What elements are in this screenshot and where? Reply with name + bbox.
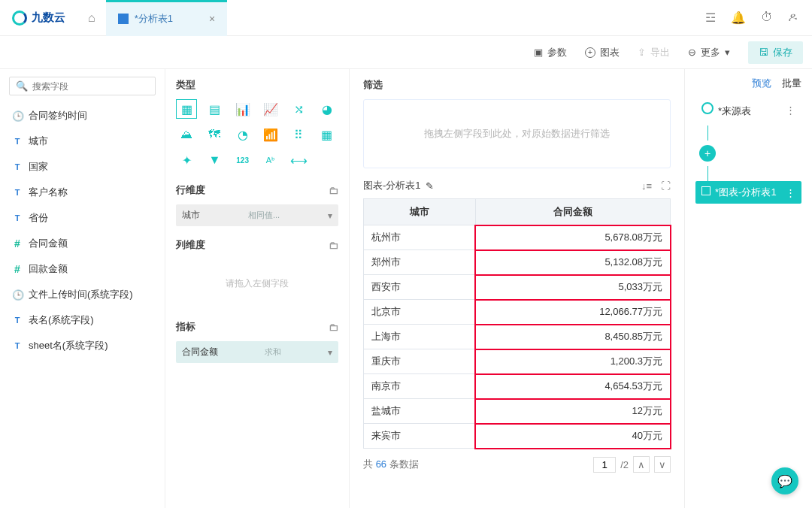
cell-city: 重庆市 [364, 349, 476, 374]
list-icon[interactable]: ☲ [705, 11, 716, 25]
field-item[interactable]: T省份 [9, 205, 156, 231]
tab-label: *分析表1 [135, 12, 173, 26]
cell-amount: 5,132.08万元 [475, 250, 671, 275]
chart-type-pie[interactable]: ◕ [317, 99, 338, 119]
chart-type-text[interactable]: Aᵇ [260, 150, 281, 170]
chart-type-table[interactable]: ▦ [176, 99, 197, 119]
text-icon: T [12, 137, 23, 146]
export-button[interactable]: ⇪ 导出 [638, 46, 670, 59]
chevron-down-icon[interactable]: ▾ [328, 210, 332, 221]
field-item[interactable]: T表名(系统字段) [9, 307, 156, 333]
chart-type-grid[interactable]: ▤ [204, 99, 225, 119]
chart-type-hbar[interactable]: 📈 [260, 99, 281, 119]
chart-type-funnel[interactable]: ▼ [204, 150, 225, 170]
table-row[interactable]: 郑州市5,132.08万元 [364, 250, 671, 275]
logo[interactable]: 九数云 [0, 11, 77, 26]
save-button[interactable]: 🖫 保存 [748, 41, 803, 64]
sort-icon[interactable]: ↓≡ [641, 180, 652, 192]
data-table: 城市 合同金额 杭州市5,678.08万元郑州市5,132.08万元西安市5,0… [363, 198, 671, 449]
topbar-actions: ☲ 🔔 ⏱ ዶ [690, 11, 812, 25]
chart-type-scatter[interactable]: ⤭ [288, 99, 309, 119]
page-input[interactable] [593, 457, 616, 473]
chart-type-heatmap[interactable]: ▦ [317, 125, 338, 144]
page-next-button[interactable]: ∨ [654, 456, 671, 473]
cell-city: 北京市 [364, 300, 476, 325]
cell-city: 来宾市 [364, 424, 476, 449]
chevron-down-icon[interactable]: ▾ [328, 347, 332, 358]
chart-type-stacked[interactable]: 📶 [260, 125, 281, 144]
field-search[interactable]: 🔍 [9, 77, 156, 95]
cell-amount: 1,200.3万元 [475, 349, 671, 374]
table-row[interactable]: 来宾市40万元 [364, 424, 671, 449]
folder-icon[interactable]: 🗀 [329, 322, 338, 333]
table-row[interactable]: 南京市4,654.53万元 [364, 374, 671, 399]
save-label: 保存 [773, 46, 792, 59]
filter-dropzone[interactable]: 拖拽左侧字段到此处，对原始数据进行筛选 [363, 99, 671, 168]
expand-icon[interactable]: ⛶ [661, 180, 671, 192]
chart-type-bubble[interactable]: ⠿ [288, 125, 309, 144]
field-item[interactable]: #回款金额 [9, 256, 156, 282]
chart-node[interactable]: *图表-分析表1 ⋮ [695, 181, 801, 204]
batch-tab[interactable]: 批量 [782, 77, 801, 90]
field-item[interactable]: 🕒合同签约时间 [9, 103, 156, 129]
chart-type-bar[interactable]: 📊 [232, 99, 253, 119]
folder-icon[interactable]: 🗀 [329, 240, 338, 251]
table-row[interactable]: 重庆市1,200.3万元 [364, 349, 671, 374]
field-item[interactable]: T城市 [9, 129, 156, 154]
field-item[interactable]: #合同金额 [9, 231, 156, 256]
folder-icon[interactable]: 🗀 [329, 185, 338, 196]
field-item[interactable]: Tsheet名(系统字段) [9, 333, 156, 358]
add-chart-button[interactable]: + 图表 [585, 46, 620, 59]
table-row[interactable]: 杭州市5,678.08万元 [364, 225, 671, 250]
col-header-amount[interactable]: 合同金额 [475, 199, 671, 225]
field-item[interactable]: T客户名称 [9, 180, 156, 205]
chart-table-title: 图表-分析表1 ✎ [363, 179, 434, 192]
user-icon[interactable]: ዶ [788, 11, 797, 25]
notification-icon[interactable]: 🔔 [731, 11, 746, 25]
row-dimension-pill[interactable]: 城市 相同值... ▾ [176, 204, 338, 226]
chart-type-number[interactable]: 123 [232, 150, 253, 170]
more-icon[interactable]: ⋮ [786, 187, 795, 198]
table-row[interactable]: 盐城市12万元 [364, 399, 671, 424]
source-node[interactable]: *来源表 ⋮ [695, 98, 801, 122]
more-button[interactable]: ⊖ 更多 ▾ [688, 46, 730, 59]
text-icon: T [12, 162, 23, 171]
chart-type-sankey[interactable]: ⟷ [288, 150, 309, 170]
more-icon[interactable]: ⋮ [786, 104, 795, 116]
metric-pill[interactable]: 合同金额 求和 ▾ [176, 341, 338, 363]
chart-type-radar[interactable]: ✦ [176, 150, 197, 170]
table-row[interactable]: 北京市12,066.77万元 [364, 300, 671, 325]
params-button[interactable]: ▣ 参数 [534, 46, 567, 59]
text-icon: T [12, 316, 23, 325]
pager: 共 66 条数据 /2 ∧ ∨ [363, 456, 671, 473]
field-item[interactable]: 🕒文件上传时间(系统字段) [9, 282, 156, 307]
tab-close-button[interactable]: × [209, 13, 215, 25]
field-item[interactable]: T国家 [9, 154, 156, 180]
edit-icon[interactable]: ✎ [426, 180, 434, 192]
table-row[interactable]: 上海市8,450.85万元 [364, 325, 671, 349]
metric-agg: 求和 [265, 346, 281, 358]
preview-tab[interactable]: 预览 [752, 77, 771, 90]
cell-amount: 40万元 [475, 424, 671, 449]
col-header-city[interactable]: 城市 [364, 199, 476, 225]
col-dim-dropzone[interactable]: 请拖入左侧字段 [176, 259, 338, 308]
text-icon: T [12, 341, 23, 350]
metric-title: 指标 🗀 [176, 320, 338, 334]
add-node-button[interactable]: + [699, 145, 716, 162]
table-row[interactable]: 西安市5,033万元 [364, 275, 671, 300]
chart-type-map[interactable]: 🗺 [204, 125, 225, 144]
tab-analysis[interactable]: *分析表1 × [106, 0, 227, 36]
field-label: 城市 [29, 135, 48, 148]
help-fab[interactable]: 💬 [771, 467, 798, 494]
search-input[interactable] [32, 81, 149, 92]
content-panel: 筛选 拖拽左侧字段到此处，对原始数据进行筛选 图表-分析表1 ✎ ↓≡ ⛶ 城市… [350, 69, 684, 508]
connector-line [707, 166, 708, 181]
chart-type-area[interactable]: ⛰ [176, 125, 197, 144]
chart-type-gauge[interactable]: ◔ [232, 125, 253, 144]
search-icon: 🔍 [16, 80, 28, 92]
home-button[interactable]: ⌂ [77, 11, 106, 25]
timer-icon[interactable]: ⏱ [761, 11, 773, 25]
page-total: /2 [620, 459, 629, 470]
fields-panel: 🔍 🕒合同签约时间T城市T国家T客户名称T省份#合同金额#回款金额🕒文件上传时间… [0, 69, 165, 508]
page-prev-button[interactable]: ∧ [633, 456, 650, 473]
